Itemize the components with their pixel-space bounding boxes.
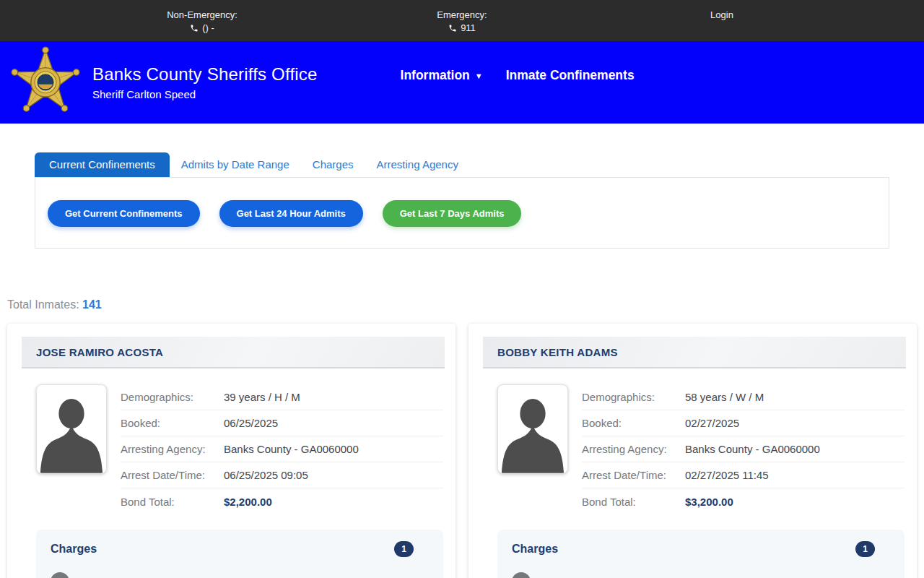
detail-row-bond-total: Bond Total: $2,200.00 <box>121 488 443 514</box>
tab-panel: Get Current Confinements Get Last 24 Hou… <box>35 178 889 249</box>
tab-admits-by-date-range[interactable]: Admits by Date Range <box>170 152 301 177</box>
site-title: Banks County Sheriffs Office <box>92 64 318 85</box>
tab-charges[interactable]: Charges <box>301 152 365 177</box>
phone-icon <box>448 24 457 33</box>
non-emergency-label: Non-Emergency: <box>72 9 332 20</box>
non-emergency-contact: Non-Emergency: () - <box>72 9 332 41</box>
inmate-name: JOSE RAMIRO ACOSTA <box>22 337 445 368</box>
inmate-card-list: JOSE RAMIRO ACOSTA Demographics: 39 year… <box>7 324 917 578</box>
charges-title: Charges <box>51 543 97 556</box>
utility-bar: Non-Emergency: () - Emergency: 911 Login <box>0 0 924 41</box>
non-emergency-number: () - <box>202 22 214 33</box>
nav-inmate-confinements[interactable]: Inmate Confinements <box>506 68 635 83</box>
inmate-name: BOBBY KEITH ADAMS <box>483 337 906 368</box>
chevron-down-icon: ▼ <box>475 72 483 80</box>
detail-row-booked: Booked: 06/25/2025 <box>121 410 443 436</box>
inmate-details: Demographics: 39 years / H / M Booked: 0… <box>121 384 443 514</box>
brand-block: Banks County Sheriffs Office Sheriff Car… <box>92 64 318 100</box>
charge-number-circle <box>51 572 69 578</box>
get-last-7-days-admits-button[interactable]: Get Last 7 Days Admits <box>383 200 522 227</box>
detail-row-bond-total: Bond Total: $3,200.00 <box>582 488 905 514</box>
get-current-confinements-button[interactable]: Get Current Confinements <box>48 200 200 227</box>
inmate-card: JOSE RAMIRO ACOSTA Demographics: 39 year… <box>7 324 456 578</box>
charges-title: Charges <box>512 543 558 556</box>
charges-section: Charges 1 <box>497 530 905 578</box>
main-nav: Information ▼ Inmate Confinements <box>401 68 635 83</box>
detail-row-arrest-datetime: Arrest Date/Time: 06/25/2025 09:05 <box>121 462 443 488</box>
tab-arresting-agency[interactable]: Arresting Agency <box>365 152 470 177</box>
tab-bar: Current Confinements Admits by Date Rang… <box>35 152 889 178</box>
person-silhouette-icon <box>497 384 568 474</box>
charges-section: Charges 1 <box>36 530 443 578</box>
sheriff-star-badge-icon <box>11 46 80 118</box>
total-inmates-count: 141 <box>82 298 102 311</box>
nav-information[interactable]: Information ▼ <box>401 68 483 83</box>
login-link[interactable]: Login <box>710 9 733 20</box>
inmate-details: Demographics: 58 years / W / M Booked: 0… <box>582 384 905 514</box>
charges-count-badge: 1 <box>394 541 414 557</box>
site-subtitle: Sheriff Carlton Speed <box>92 88 318 100</box>
get-last-24-hour-admits-button[interactable]: Get Last 24 Hour Admits <box>219 200 363 227</box>
detail-row-booked: Booked: 02/27/2025 <box>582 410 905 436</box>
emergency-number: 911 <box>461 22 476 33</box>
charges-count-badge: 1 <box>855 541 875 557</box>
detail-row-arresting-agency: Arresting Agency: Banks County - GA00600… <box>121 436 443 462</box>
emergency-label: Emergency: <box>332 9 592 20</box>
total-inmates-summary: Total Inmates: 141 <box>7 298 924 311</box>
confinements-tabs-section: Current Confinements Admits by Date Rang… <box>35 152 889 249</box>
emergency-contact: Emergency: 911 <box>332 9 592 41</box>
site-header: Banks County Sheriffs Office Sheriff Car… <box>0 41 924 124</box>
tab-current-confinements[interactable]: Current Confinements <box>35 152 170 177</box>
detail-row-arrest-datetime: Arrest Date/Time: 02/27/2025 11:45 <box>582 462 905 488</box>
charge-number-circle <box>512 572 531 578</box>
total-inmates-label: Total Inmates: <box>7 298 79 311</box>
detail-row-arresting-agency: Arresting Agency: Banks County - GA00600… <box>582 436 905 462</box>
phone-icon <box>190 24 199 33</box>
person-silhouette-icon <box>36 384 107 474</box>
detail-row-demographics: Demographics: 58 years / W / M <box>582 384 905 410</box>
inmate-card: BOBBY KEITH ADAMS Demographics: 58 years… <box>468 324 917 578</box>
detail-row-demographics: Demographics: 39 years / H / M <box>121 384 443 410</box>
